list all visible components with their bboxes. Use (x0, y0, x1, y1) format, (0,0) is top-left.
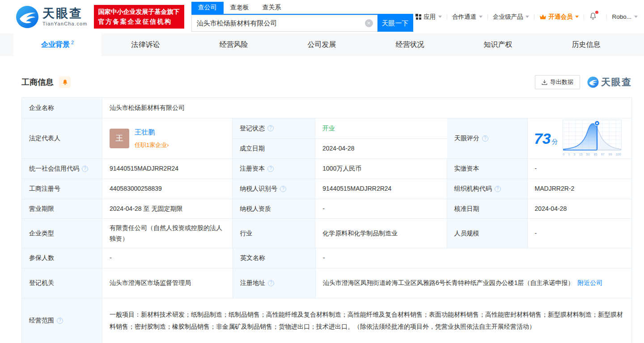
avatar[interactable]: 王 (110, 129, 129, 148)
monitor-bell-button[interactable] (59, 76, 71, 88)
nearby-companies-link[interactable]: 附近公司 (577, 279, 602, 286)
field-label: 工商注册号 (22, 179, 102, 199)
tyc-score-cell[interactable]: 73分 (528, 118, 631, 159)
bell-icon (62, 79, 68, 86)
search-input[interactable] (191, 15, 377, 32)
approval-date-value: 2024-04-28 (528, 199, 631, 218)
search-tabs: 查公司 查老板 查关系 (191, 2, 413, 15)
tab-item[interactable]: 法律诉讼 (102, 33, 190, 56)
search-tab-company[interactable]: 查公司 (191, 2, 224, 14)
company-type-value: 有限责任公司（自然人投资或控股的法人独资） (102, 219, 233, 248)
company-section-tabs: 企业背景2法律诉讼经营风险公司发展经营状况知识产权历史信息 (0, 33, 644, 56)
help-icon[interactable]: ? (280, 186, 286, 192)
nav-user-account[interactable]: Robo... (612, 13, 638, 20)
nav-enterprise-products[interactable]: 企业级产品 (493, 13, 530, 21)
industry-value: 化学原料和化学制品制造业 (315, 219, 447, 248)
score-axis-label: 50 (586, 152, 590, 157)
nav-open-vip[interactable]: 开通会员 (539, 13, 579, 21)
table-row: 登记机关 汕头市澄海区市场监督管理局 注册地址? 汕头市澄海区凤翔街道岭海工业区… (22, 268, 631, 298)
help-icon[interactable]: ? (57, 318, 63, 324)
help-icon[interactable]: ? (267, 125, 274, 131)
legal-rep-cell: 王 王壮鹏 任职1家企业› (102, 118, 233, 159)
credit-code-value: 91440515MADJRR2R24 (102, 159, 233, 179)
top-header: 天眼查 TianYanCha.com 国家中小企业发展子基金旗下 官方备案企业征… (0, 0, 644, 33)
grid-icon (415, 14, 422, 20)
field-label: 组织机构代码? (447, 179, 528, 199)
notifications-bell[interactable] (589, 12, 597, 21)
chevron-down-icon (575, 16, 579, 18)
watermark-logo: 天眼查 (587, 76, 632, 88)
field-label: 统一社会信用代码? (22, 159, 102, 179)
top-nav: 应用 合作通道 企业级产品 开通会员 Robo... (415, 12, 638, 21)
legal-rep-name-link[interactable]: 王壮鹏 (135, 127, 169, 138)
field-label: 英文名称 (233, 248, 316, 268)
field-label: 注册资本? (233, 159, 315, 179)
search-button[interactable]: 天眼一下 (377, 15, 413, 32)
field-label: 参保人数 (22, 248, 102, 268)
score-axis-labels: 0131550859799100 (563, 151, 622, 157)
help-icon[interactable]: ? (495, 186, 501, 192)
clear-search-icon[interactable]: × (365, 19, 373, 27)
field-label: 核准日期 (447, 199, 528, 218)
tab-item[interactable]: 历史信息 (542, 33, 630, 56)
tab-item[interactable]: 经营状况 (366, 33, 454, 56)
export-data-button[interactable]: 导出数据 (535, 75, 580, 89)
tianyancha-logo[interactable]: 天眼查 TianYanCha.com (16, 5, 88, 29)
nav-partner-channel[interactable]: 合作通道 (452, 13, 483, 21)
field-label: 人员规模 (447, 219, 528, 248)
field-label: 纳税人资质 (233, 199, 315, 218)
field-label: 经营范围? (22, 298, 102, 343)
chevron-down-icon (479, 16, 483, 18)
company-name-value: 汕头市松炀新材料有限公司 (102, 98, 631, 118)
help-icon[interactable]: ? (482, 135, 488, 142)
table-row: 法定代表人 王 王壮鹏 任职1家企业› 登记状态? 开业 成立日期 (22, 118, 631, 159)
taxpayer-quals-value: - (315, 199, 447, 218)
help-icon[interactable]: ? (268, 280, 274, 286)
field-label: 行业 (233, 219, 315, 248)
official-credit-badge: 国家中小企业发展子基金旗下 官方备案企业征信机构 (94, 5, 184, 29)
divider (584, 14, 584, 20)
insured-count-value: - (102, 248, 233, 268)
download-icon (542, 79, 547, 85)
score-axis-label: 0 (563, 152, 564, 157)
help-icon[interactable]: ? (267, 166, 274, 172)
search-tab-relation[interactable]: 查关系 (256, 2, 288, 14)
business-term-value: 2024-04-28 至 无固定期限 (102, 199, 233, 218)
english-name-value: - (316, 248, 631, 268)
score-distribution-chart: 0131550859799100 (563, 120, 622, 157)
table-row: 企业类型 有限责任公司（自然人投资或控股的法人独资） 行业 化学原料和化学制品制… (22, 219, 631, 248)
crown-icon (539, 14, 547, 20)
tab-item[interactable]: 企业背景2 (13, 33, 102, 56)
logo-brand-text: 天眼查 (42, 7, 88, 21)
chevron-down-icon (438, 16, 442, 18)
table-row: 工商注册号 440583000258839 纳税人识别号? 91440515MA… (22, 179, 631, 199)
score-axis-label: 3 (573, 152, 575, 157)
search-tab-boss[interactable]: 查老板 (224, 2, 256, 14)
reg-status-value: 开业 (315, 118, 447, 138)
reg-number-value: 440583000258839 (102, 179, 233, 199)
tianyancha-logo-icon (587, 76, 599, 88)
field-label: 登记机关 (22, 268, 102, 298)
chevron-down-icon (634, 16, 638, 18)
score-axis-label: 97 (601, 152, 605, 157)
field-label: 企业类型 (22, 219, 102, 248)
table-row: 企业名称 汕头市松炀新材料有限公司 (22, 98, 631, 118)
serving-companies-link[interactable]: 任职1家企业› (135, 142, 169, 148)
help-icon[interactable]: ? (82, 166, 88, 172)
field-label: 企业名称 (22, 98, 102, 118)
business-scope-value: 一般项目：新材料技术研发；纸制品制造；纸制品销售；高性能纤维及复合材料制造；高性… (102, 298, 631, 343)
tab-item[interactable]: 公司发展 (278, 33, 366, 56)
field-label: 纳税人识别号? (233, 179, 315, 199)
score-axis-label: 15 (579, 152, 582, 157)
table-row: 统一社会信用代码? 91440515MADJRR2R24 注册资本? 1000万… (22, 159, 631, 179)
field-label: 天眼评分? (447, 118, 528, 159)
field-label: 登记状态? (233, 118, 315, 138)
field-label: 实缴资本 (447, 159, 528, 179)
tab-item[interactable]: 经营风险 (190, 33, 278, 56)
field-label: 营业期限 (22, 199, 102, 218)
org-code-value: MADJRR2R-2 (528, 179, 631, 199)
score-axis-label: 100 (616, 152, 621, 157)
nav-apps[interactable]: 应用 (415, 13, 442, 21)
divider (606, 14, 607, 20)
tab-item[interactable]: 知识产权 (454, 33, 542, 56)
